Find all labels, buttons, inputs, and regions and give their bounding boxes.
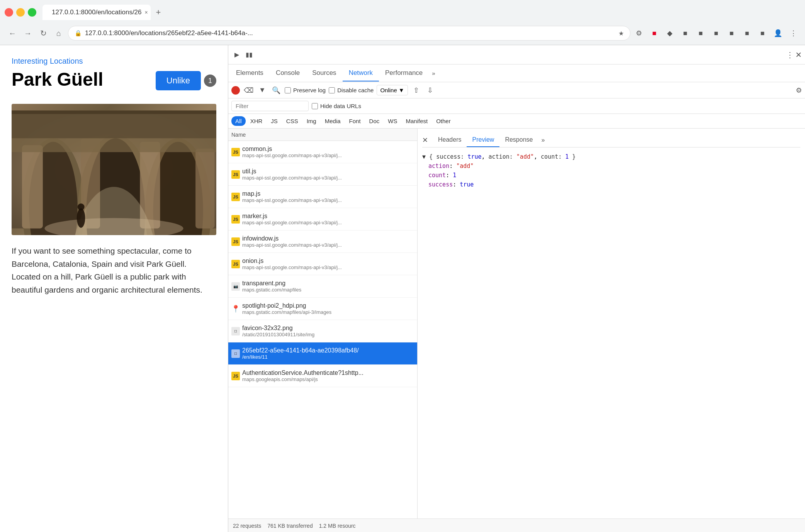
- element-picker-icon[interactable]: ▶: [231, 49, 242, 60]
- item-url: maps-api-ssl.google.com/maps-api-v3/api/…: [242, 197, 414, 203]
- disable-cache-checkbox-label[interactable]: Disable cache: [329, 87, 374, 93]
- unlike-button[interactable]: Unlike: [156, 71, 201, 90]
- menu-icon[interactable]: ⋮: [788, 28, 799, 39]
- filter-font[interactable]: Font: [345, 116, 365, 126]
- json-expand-icon[interactable]: ▼: [422, 153, 426, 160]
- filter-css[interactable]: CSS: [282, 116, 302, 126]
- secure-icon: 🔒: [75, 30, 82, 37]
- bookmark-icon[interactable]: ★: [618, 30, 624, 37]
- item-filename: onion.js: [242, 258, 414, 264]
- clear-button[interactable]: ⌫: [243, 85, 254, 96]
- extensions-icon[interactable]: ⚙: [633, 28, 644, 39]
- breadcrumb-link[interactable]: Interesting Locations: [12, 57, 216, 66]
- forward-button[interactable]: →: [22, 27, 34, 39]
- address-field[interactable]: 🔒 127.0.0.1:8000/en/locations/265ebf22-a…: [68, 26, 630, 41]
- preserve-log-checkbox-label[interactable]: Preserve log: [285, 87, 326, 93]
- network-item[interactable]: JS util.js maps-api-ssl.google.com/maps-…: [228, 163, 417, 186]
- filter-doc[interactable]: Doc: [365, 116, 384, 126]
- record-button[interactable]: [231, 86, 240, 95]
- devtools-menu-dots[interactable]: ⋮: [786, 50, 794, 59]
- hide-data-urls-label[interactable]: Hide data URLs: [312, 103, 361, 109]
- headers-tab[interactable]: Headers: [433, 133, 467, 147]
- name-column-header: Name: [231, 132, 246, 138]
- network-item[interactable]: JS common.js maps-api-ssl.google.com/map…: [228, 141, 417, 163]
- new-tab-button[interactable]: +: [152, 6, 165, 19]
- filter-other[interactable]: Other: [432, 116, 455, 126]
- item-url: maps.googleapis.com/maps/api/js: [242, 376, 414, 382]
- home-button[interactable]: ⌂: [53, 27, 65, 39]
- network-item[interactable]: JS infowindow.js maps-api-ssl.google.com…: [228, 230, 417, 253]
- filter-xhr[interactable]: XHR: [246, 116, 267, 126]
- network-list-header: Name: [228, 129, 417, 141]
- filter-all[interactable]: All: [231, 116, 246, 126]
- profile-icon[interactable]: 👤: [773, 28, 783, 39]
- extension3-icon[interactable]: ■: [711, 28, 722, 39]
- network-item[interactable]: JS onion.js maps-api-ssl.google.com/maps…: [228, 253, 417, 275]
- network-item[interactable]: JS marker.js maps-api-ssl.google.com/map…: [228, 208, 417, 230]
- browser-tab[interactable]: 127.0.0.1:8000/en/locations/26 ×: [42, 5, 151, 20]
- tab-network[interactable]: Network: [343, 65, 379, 81]
- json-inline: success:: [436, 153, 467, 160]
- item-url: maps-api-ssl.google.com/maps-api-v3/api/…: [242, 220, 414, 225]
- item-filename: favicon-32x32.png: [242, 325, 414, 332]
- filter-media[interactable]: Media: [321, 116, 345, 126]
- preview-close-button[interactable]: ✕: [422, 136, 428, 144]
- network-item-selected[interactable]: □ 265ebf22-a5ee-4141-b64a-ae20398afb48/ …: [228, 342, 417, 365]
- minimize-traffic-light[interactable]: [16, 8, 25, 17]
- export-har-button[interactable]: ⇩: [425, 85, 436, 96]
- network-settings-button[interactable]: ⚙: [796, 86, 802, 95]
- tab-console[interactable]: Console: [270, 65, 306, 81]
- devtools-close-button[interactable]: ✕: [795, 50, 802, 59]
- evernote-icon[interactable]: ■: [680, 28, 691, 39]
- json-open-brace: {: [429, 153, 433, 160]
- back-button[interactable]: ←: [6, 27, 19, 39]
- tab-sources[interactable]: Sources: [306, 65, 342, 81]
- refresh-button[interactable]: ↻: [37, 27, 49, 39]
- more-tabs-button[interactable]: »: [429, 66, 438, 80]
- filter-img[interactable]: Img: [303, 116, 320, 126]
- unlike-section: Unlike 1: [156, 71, 216, 90]
- network-item[interactable]: JS map.js maps-api-ssl.google.com/maps-a…: [228, 186, 417, 208]
- pocket-icon[interactable]: ◆: [664, 28, 675, 39]
- throttle-select[interactable]: Online ▼: [377, 85, 408, 95]
- tab-performance[interactable]: Performance: [379, 65, 429, 81]
- filter-input[interactable]: [231, 101, 309, 111]
- extension4-icon[interactable]: ■: [726, 28, 737, 39]
- tab-elements[interactable]: Elements: [230, 65, 270, 81]
- resources-size: 1.2 MB resourc: [319, 523, 356, 529]
- filter-js[interactable]: JS: [267, 116, 282, 126]
- extension5-icon[interactable]: ■: [742, 28, 752, 39]
- close-traffic-light[interactable]: [5, 8, 13, 17]
- item-filename: infowindow.js: [242, 235, 414, 242]
- import-har-button[interactable]: ⇧: [411, 85, 422, 96]
- filter-ws[interactable]: WS: [384, 116, 401, 126]
- network-list: Name JS common.js maps-api-ssl.google.co…: [228, 129, 418, 518]
- network-item[interactable]: 📷 transparent.png maps.gstatic.com/mapfi…: [228, 275, 417, 298]
- network-item[interactable]: JS AuthenticationService.Authenticate?1s…: [228, 365, 417, 387]
- network-item[interactable]: 📍 spotlight-poi2_hdpi.png maps.gstatic.c…: [228, 298, 417, 320]
- device-toolbar-icon[interactable]: ▮▮: [244, 49, 255, 60]
- maximize-traffic-light[interactable]: [28, 8, 36, 17]
- item-filename: common.js: [242, 146, 414, 152]
- pinterest-icon[interactable]: ■: [649, 28, 660, 39]
- preview-tab[interactable]: Preview: [467, 133, 499, 147]
- filter-manifest[interactable]: Manifest: [402, 116, 431, 126]
- hide-data-urls-checkbox[interactable]: [312, 103, 318, 109]
- img-file-icon: 📷: [231, 282, 240, 291]
- network-item[interactable]: □ favicon-32x32.png /static/201910130049…: [228, 320, 417, 342]
- traffic-lights: [5, 8, 36, 17]
- filter-toggle-button[interactable]: ▼: [257, 85, 268, 96]
- extension6-icon[interactable]: ■: [757, 28, 768, 39]
- preserve-log-checkbox[interactable]: [285, 87, 291, 93]
- devtools-toolbar: ▶ ▮▮ ⋮ ✕: [228, 45, 805, 64]
- response-tab[interactable]: Response: [499, 133, 538, 147]
- item-url: maps-api-ssl.google.com/maps-api-v3/api/…: [242, 242, 414, 248]
- svg-rect-13: [12, 110, 216, 138]
- item-url: maps.gstatic.com/mapfiles: [242, 287, 414, 293]
- extension2-icon[interactable]: ■: [695, 28, 706, 39]
- search-button[interactable]: 🔍: [271, 85, 282, 96]
- disable-cache-checkbox[interactable]: [329, 87, 335, 93]
- preview-more-button[interactable]: »: [538, 134, 548, 147]
- doc-file-icon: □: [231, 349, 240, 358]
- tab-close-button[interactable]: ×: [145, 9, 148, 15]
